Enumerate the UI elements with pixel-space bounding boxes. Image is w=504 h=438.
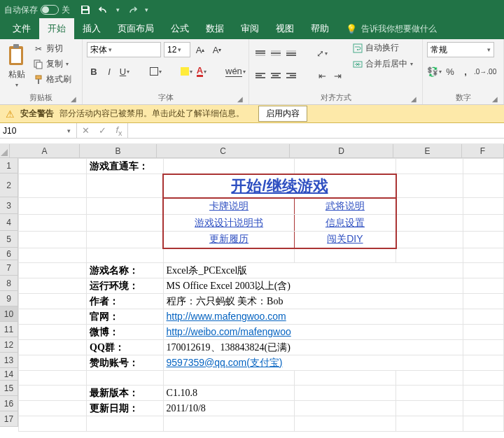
cell[interactable] [396,386,463,401]
column-header[interactable]: E [393,144,462,158]
underline-button[interactable]: U▾ [118,64,132,78]
info-value[interactable]: C1.10.8 [163,386,294,401]
info-value[interactable]: http://weibo.com/mafengwoo [163,325,463,340]
accept-formula-button[interactable]: ✓ [94,125,111,136]
tell-me-search[interactable]: 💡 告诉我你想要做什么 [346,23,437,39]
cell[interactable] [396,174,463,198]
cell[interactable] [87,174,163,198]
info-value[interactable]: 程序：六只蚂蚁 美术：Bob [163,294,463,309]
align-bottom-button[interactable] [284,46,298,60]
fill-color-button[interactable]: ▾ [179,64,193,78]
row-header[interactable]: 14 [0,368,18,381]
menu-item[interactable]: 武将说明 [294,198,396,215]
row-header[interactable]: 11 [0,322,18,337]
row-header[interactable]: 9 [0,291,18,306]
cell[interactable] [19,294,87,309]
column-header[interactable]: F [462,144,504,158]
cell[interactable] [463,198,503,215]
cell[interactable] [294,386,396,401]
tab-insert[interactable]: 插入 [74,18,109,39]
name-box[interactable]: J10 ▾ [0,123,77,138]
menu-start[interactable]: 开始/继续游戏 [163,174,396,198]
merge-center-button[interactable]: 合并后居中 ▾ [353,58,413,70]
tab-review[interactable]: 审阅 [232,18,267,39]
game-menu-link[interactable]: 更新履历 [209,233,248,244]
tab-formulas[interactable]: 公式 [162,18,197,39]
row-header[interactable]: 5 [0,231,18,248]
increase-decimal-button[interactable]: .0→.00 [474,64,496,78]
increase-indent-button[interactable]: ⇥ [330,69,344,83]
row-header[interactable]: 16 [0,396,18,411]
info-value[interactable]: 170012619、138843824(已满) [163,340,463,355]
undo-icon[interactable] [98,4,109,15]
cell[interactable] [294,416,396,432]
cell[interactable] [463,159,503,174]
game-menu-link[interactable]: 信息设置 [326,217,365,228]
cell[interactable] [87,198,163,215]
row-header[interactable]: 6 [0,248,18,260]
game-menu-link[interactable]: 武将说明 [326,200,365,211]
decrease-font-button[interactable]: A▾ [210,43,224,57]
cell[interactable] [396,416,463,432]
column-header[interactable]: C [157,144,290,158]
undo-dropdown-icon[interactable]: ▾ [116,6,120,13]
cell[interactable] [463,340,503,355]
cell[interactable] [19,401,87,416]
cell[interactable] [87,416,163,432]
format-painter-button[interactable]: 格式刷 [32,73,73,86]
cell[interactable] [294,248,396,263]
row-header[interactable]: 3 [0,197,18,214]
cell[interactable] [19,159,87,174]
tab-data[interactable]: 数据 [197,18,232,39]
info-label[interactable]: 最新版本： [87,386,163,401]
cut-button[interactable]: ✂ 剪切 [32,42,73,55]
hyperlink[interactable]: http://weibo.com/mafengwoo [167,326,291,337]
menu-item[interactable]: 游戏设计说明书 [163,215,294,232]
cell[interactable] [87,371,163,386]
cell[interactable] [463,371,503,386]
cell[interactable] [19,232,87,248]
menu-item[interactable]: 更新履历 [163,232,294,248]
decrease-indent-button[interactable]: ⇤ [315,69,329,83]
cell[interactable] [463,325,503,340]
align-middle-button[interactable] [269,46,283,60]
align-right-button[interactable] [284,69,298,83]
dialog-launcher-icon[interactable]: ◢ [411,95,416,103]
increase-font-button[interactable]: A▴ [193,43,207,57]
menu-item[interactable]: 信息设置 [294,215,396,232]
game-menu-link[interactable]: 开始/继续游戏 [231,177,328,195]
cell[interactable] [294,371,396,386]
info-label[interactable]: 运行环境： [87,278,163,294]
align-left-button[interactable] [253,69,267,83]
cell[interactable] [463,294,503,309]
accounting-format-button[interactable]: 💱▾ [427,64,442,78]
info-value[interactable]: 2011/10/8 [163,401,294,416]
row-header[interactable]: 17 [0,411,18,427]
wrap-text-button[interactable]: 自动换行 [353,42,413,54]
info-label[interactable]: QQ群： [87,340,163,355]
cell[interactable] [463,215,503,232]
cell[interactable] [19,215,87,232]
cell[interactable] [396,232,463,248]
cell[interactable] [463,232,503,248]
label-game-shortcut[interactable]: 游戏直通车： [87,159,163,174]
row-header[interactable]: 13 [0,353,18,368]
bold-button[interactable]: B [87,64,101,78]
info-label[interactable]: 微博： [87,325,163,340]
cancel-formula-button[interactable]: ✕ [77,125,94,136]
menu-item[interactable]: 闯关DIY [294,232,396,248]
orientation-button[interactable]: ⤢▾ [315,46,329,60]
cell[interactable] [163,416,294,432]
cell[interactable] [87,215,163,232]
info-value[interactable]: MS Office Excel 2003以上(含) [163,278,463,294]
cell[interactable] [19,263,87,278]
info-label[interactable]: 赞助账号： [87,355,163,371]
cell[interactable] [463,309,503,325]
align-top-button[interactable] [253,46,267,60]
cell[interactable] [19,355,87,371]
cell[interactable] [19,325,87,340]
formula-input[interactable] [128,123,504,138]
cell[interactable] [294,159,396,174]
worksheet-grid[interactable]: ABCDEF 1234567891011121314151617 游戏直通车：开… [0,144,504,438]
cell[interactable] [463,401,503,416]
